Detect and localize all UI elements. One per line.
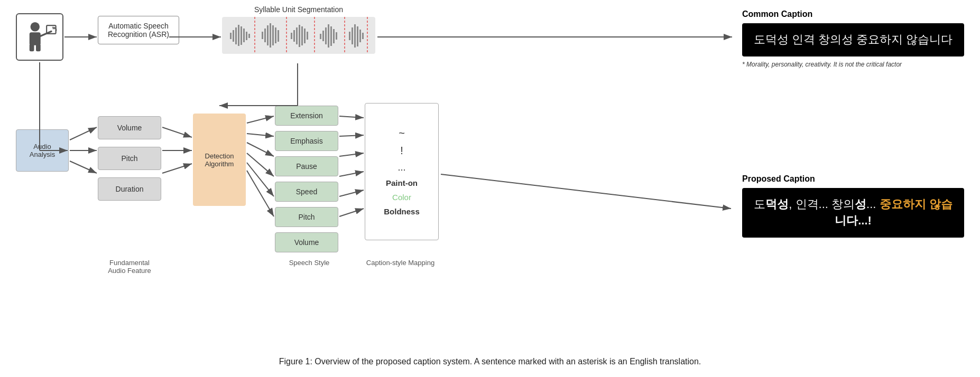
svg-rect-14 <box>262 32 263 39</box>
svg-line-56 <box>70 161 97 173</box>
mapping-painton: Paint-on <box>386 178 418 187</box>
feature-section-label: FundamentalAudio Feature <box>98 259 161 275</box>
svg-rect-38 <box>357 26 358 46</box>
syllable-label: Syllable Unit Segmentation <box>222 5 375 14</box>
svg-line-65 <box>247 171 274 216</box>
svg-point-0 <box>31 22 40 32</box>
svg-line-72 <box>441 174 731 209</box>
svg-rect-8 <box>235 27 237 44</box>
speech-style-speed: Speed <box>275 182 338 202</box>
proposed-caption-box: 도덕성, 인격... 창의성... 중요하지 않습니다...! <box>742 188 964 238</box>
svg-line-60 <box>247 116 274 123</box>
svg-line-67 <box>339 135 364 136</box>
svg-rect-23 <box>296 27 298 44</box>
speech-style-pause: Pause <box>275 156 338 176</box>
svg-rect-35 <box>349 32 350 40</box>
mapping-group: ~ ! ... Paint-on Color Boldness <box>365 103 439 240</box>
speech-style-group: Extension Emphasis Pause Speed Pitch Vol… <box>275 106 338 252</box>
svg-rect-12 <box>246 32 247 40</box>
svg-rect-21 <box>291 33 292 39</box>
syllable-section: Syllable Unit Segmentation <box>222 5 375 54</box>
svg-line-63 <box>247 153 274 176</box>
svg-line-70 <box>339 190 364 196</box>
svg-rect-13 <box>248 34 250 38</box>
mapping-tilde: ~ <box>399 127 405 139</box>
svg-rect-3 <box>30 44 34 51</box>
presenter-box <box>16 13 63 61</box>
mapping-ellipsis: ... <box>397 162 405 173</box>
ss-label: Speech Style <box>289 259 330 267</box>
svg-rect-19 <box>275 27 276 43</box>
svg-line-59 <box>162 164 192 173</box>
svg-line-66 <box>339 116 364 118</box>
svg-rect-29 <box>322 31 324 41</box>
speech-style-pitch: Pitch <box>275 207 338 227</box>
svg-line-62 <box>247 143 274 156</box>
speech-style-extension: Extension <box>275 106 338 126</box>
speech-style-section-label: Speech Style <box>280 259 338 267</box>
feature-pitch-label: Pitch <box>121 154 137 163</box>
feature-duration-label: Duration <box>116 185 144 193</box>
svg-rect-39 <box>359 30 361 42</box>
svg-rect-24 <box>299 25 300 47</box>
svg-rect-4 <box>36 44 41 51</box>
mapping-label-text: Caption-style Mapping <box>366 259 434 267</box>
ss-extension-label: Extension <box>290 111 322 120</box>
svg-rect-17 <box>270 23 271 48</box>
svg-rect-28 <box>320 34 321 39</box>
detection-label: DetectionAlgorithm <box>205 152 234 168</box>
mapping-section-label: Caption-style Mapping <box>362 259 439 267</box>
svg-rect-26 <box>304 29 306 43</box>
svg-rect-20 <box>278 30 279 42</box>
fundamental-label: FundamentalAudio Feature <box>108 259 151 275</box>
ss-pitch-label: Pitch <box>298 213 315 221</box>
svg-rect-36 <box>352 27 353 44</box>
svg-rect-7 <box>233 30 234 42</box>
svg-rect-15 <box>264 29 266 42</box>
svg-rect-34 <box>336 32 337 40</box>
common-caption-section: Common Caption 도덕성 인격 창의성 중요하지 않습니다 * Mo… <box>742 10 964 68</box>
common-caption-note: * Morality, personality, creativity. It … <box>742 61 964 68</box>
speech-style-emphasis: Emphasis <box>275 131 338 151</box>
diagram-container: Automatic Speech Recognition (ASR) Sylla… <box>0 0 980 377</box>
svg-line-71 <box>339 209 364 216</box>
svg-line-69 <box>339 172 364 176</box>
ss-pause-label: Pause <box>296 162 317 171</box>
svg-rect-10 <box>241 26 242 45</box>
common-caption-text: 도덕성 인격 창의성 중요하지 않습니다 <box>754 33 953 46</box>
svg-line-57 <box>162 127 192 137</box>
asr-box: Automatic Speech Recognition (ASR) <box>98 16 179 44</box>
audio-analysis-box: AudioAnalysis <box>16 129 69 172</box>
speech-style-volume: Volume <box>275 232 338 252</box>
svg-rect-6 <box>230 33 232 39</box>
svg-rect-11 <box>243 29 245 42</box>
feature-box-volume: Volume <box>98 116 161 139</box>
svg-line-68 <box>339 153 364 156</box>
asr-line2: Recognition (ASR) <box>108 30 169 39</box>
proposed-caption-section: Proposed Caption 도덕성, 인격... 창의성... 중요하지 … <box>742 174 964 238</box>
svg-rect-32 <box>330 26 332 46</box>
svg-rect-22 <box>293 30 295 42</box>
feature-box-pitch: Pitch <box>98 147 161 170</box>
presenter-icon <box>21 18 58 55</box>
mapping-boldness: Boldness <box>384 207 420 216</box>
svg-rect-1 <box>30 32 41 45</box>
waveform-svg <box>222 17 375 54</box>
figure-caption: Figure 1: Overview of the proposed capti… <box>279 357 701 366</box>
svg-rect-37 <box>354 24 356 48</box>
asr-line1: Automatic Speech <box>108 22 169 30</box>
common-caption-box: 도덕성 인격 창의성 중요하지 않습니다 <box>742 23 964 56</box>
ss-volume-label: Volume <box>294 238 319 247</box>
svg-rect-31 <box>328 24 329 48</box>
mapping-exclaim: ! <box>400 145 403 157</box>
ss-speed-label: Speed <box>296 187 317 196</box>
svg-line-64 <box>247 163 274 196</box>
svg-line-54 <box>70 127 97 140</box>
svg-rect-33 <box>333 29 335 43</box>
svg-rect-30 <box>325 27 327 44</box>
svg-rect-18 <box>272 25 274 45</box>
svg-line-61 <box>247 134 274 136</box>
feature-group: Volume Pitch Duration <box>98 116 161 201</box>
audio-analysis-label: AudioAnalysis <box>30 143 55 158</box>
feature-box-duration: Duration <box>98 177 161 201</box>
